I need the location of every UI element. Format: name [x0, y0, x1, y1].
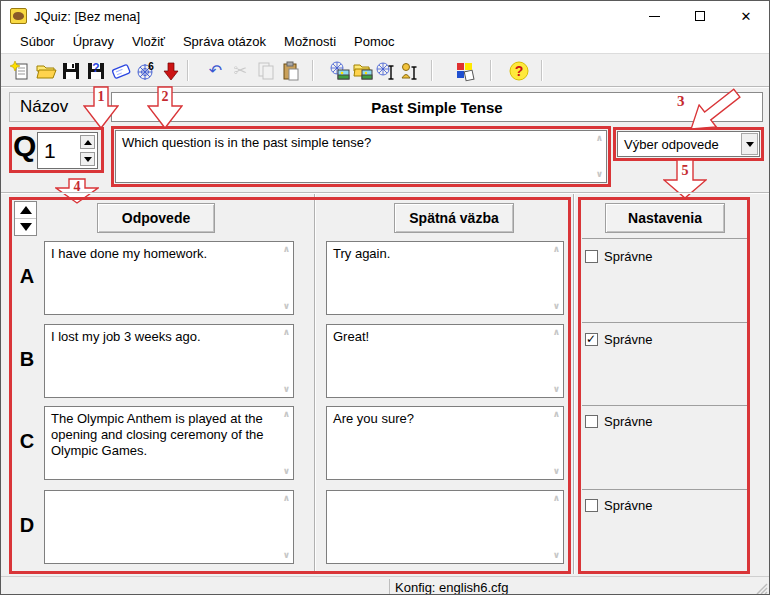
export-drag-button[interactable] — [397, 59, 420, 82]
answer-type-value: Výber odpovede — [624, 137, 719, 152]
correct-checkbox-row[interactable]: ✓ Správne — [585, 498, 652, 513]
feedback-memo[interactable]: Great! ∧ ∨ — [326, 324, 564, 398]
undo-button[interactable]: ↶ — [204, 59, 227, 82]
question-number-spinner[interactable]: 1 — [37, 132, 98, 169]
scroll-down-icon[interactable]: ∨ — [596, 170, 603, 179]
answer-row: A I have done my homework. ∧ ∨ Try again… — [1, 241, 770, 317]
scroll-down-icon[interactable]: ∨ — [283, 385, 290, 394]
correct-checkbox[interactable]: ✓ — [585, 415, 598, 428]
scroll-down-icon[interactable]: ∨ — [553, 385, 560, 394]
toolbar-separator — [431, 60, 433, 81]
menu-upravy[interactable]: Úpravy — [64, 32, 123, 52]
resize-grip[interactable] — [754, 581, 768, 595]
save-button[interactable] — [59, 59, 82, 82]
up-triangle-icon — [20, 206, 32, 214]
web-6-icon: 6 — [135, 60, 157, 82]
paste-icon — [280, 60, 302, 82]
spinner-buttons — [80, 135, 95, 166]
question-text: Which question is in the past simple ten… — [122, 135, 590, 151]
question-memo[interactable]: Which question is in the past simple ten… — [115, 130, 607, 183]
menu-moznosti[interactable]: Možnosti — [275, 32, 345, 52]
appearance-button[interactable] — [453, 59, 476, 82]
export-web-text-button[interactable] — [374, 59, 397, 82]
feedback-memo[interactable]: Are you sure? ∧ ∨ — [326, 406, 564, 480]
annotation-arrow-1: 1 — [83, 86, 119, 130]
dropdown-button[interactable] — [741, 133, 758, 155]
export-folder-picture-button[interactable] — [351, 59, 374, 82]
scroll-up-icon[interactable]: ∧ — [596, 134, 603, 143]
menu-vlozit[interactable]: Vložiť — [123, 32, 174, 52]
appearance-colors-icon — [454, 60, 476, 82]
scroll-up-icon[interactable]: ∧ — [553, 245, 560, 254]
row-letter: D — [13, 514, 41, 537]
feedback-header-label: Spätná väzba — [409, 210, 498, 226]
new-button[interactable] — [9, 59, 32, 82]
copy-icon — [255, 60, 277, 82]
settings-separator — [582, 322, 747, 323]
answer-memo[interactable]: I lost my job 3 weeks ago. ∧ ∨ — [44, 324, 294, 398]
cut-button[interactable]: ✂ — [229, 59, 252, 82]
correct-checkbox-row[interactable]: ✓ Správne — [585, 332, 652, 347]
correct-label: Správne — [604, 414, 652, 429]
toolbar-separator — [312, 60, 314, 81]
menu-subor[interactable]: Súbor — [11, 32, 64, 52]
menu-sprava-otazok[interactable]: Správa otázok — [174, 32, 275, 52]
correct-checkbox-row[interactable]: ✓ Správne — [585, 249, 652, 264]
scroll-down-icon[interactable]: ∨ — [553, 467, 560, 476]
answers-header-button[interactable]: Odpovede — [97, 203, 215, 233]
answer-row: C The Olympic Anthem is played at the op… — [1, 406, 770, 482]
scroll-down-icon[interactable]: ∨ — [553, 302, 560, 311]
correct-checkbox-row[interactable]: ✓ Správne — [585, 414, 652, 429]
feedback-header-button[interactable]: Spätná väzba — [394, 203, 514, 233]
quiz-title-field[interactable]: Past Simple Tense — [111, 92, 763, 122]
feedback-memo[interactable]: ∧ ∨ — [326, 490, 564, 564]
copy-button[interactable] — [254, 59, 277, 82]
export-webpage-button[interactable] — [328, 59, 351, 82]
insert-question-button[interactable] — [159, 59, 182, 82]
config-status: Konfig: english6.cfg — [395, 580, 508, 595]
save-as-button[interactable]: ? — [84, 59, 107, 82]
feedback-memo[interactable]: Try again. ∧ ∨ — [326, 241, 564, 315]
correct-checkbox[interactable]: ✓ — [585, 499, 598, 512]
spin-down-button[interactable] — [80, 152, 95, 166]
row-letter: B — [13, 348, 41, 371]
scroll-up-icon[interactable]: ∧ — [283, 494, 290, 503]
scroll-down-icon[interactable]: ∨ — [283, 551, 290, 560]
scroll-up-icon[interactable]: ∧ — [283, 245, 290, 254]
scroll-up-icon[interactable]: ∧ — [553, 328, 560, 337]
settings-header-button[interactable]: Nastavenia — [605, 203, 725, 233]
scroll-up-icon[interactable]: ∧ — [283, 410, 290, 419]
close-button[interactable]: ✕ — [723, 1, 769, 31]
correct-checkbox[interactable]: ✓ — [585, 250, 598, 263]
scroll-up-icon[interactable]: ∧ — [553, 494, 560, 503]
scroll-down-icon[interactable]: ∨ — [553, 551, 560, 560]
order-up-button[interactable] — [15, 202, 36, 219]
web-output-button[interactable]: 6 — [134, 59, 157, 82]
answer-row: D ∧ ∨ ∧ ∨ ✓ Správne — [1, 490, 770, 566]
status-separator — [389, 579, 390, 594]
answer-memo[interactable]: The Olympic Anthem is played at the open… — [44, 406, 294, 480]
open-button[interactable] — [34, 59, 57, 82]
app-icon — [10, 8, 27, 24]
feedback-text: Are you sure? — [333, 411, 547, 427]
scroll-up-icon[interactable]: ∧ — [553, 410, 560, 419]
spin-up-button[interactable] — [80, 135, 95, 149]
correct-checkbox[interactable]: ✓ — [585, 333, 598, 346]
svg-text:2: 2 — [162, 89, 169, 104]
maximize-button[interactable] — [677, 1, 723, 31]
minimize-button[interactable] — [631, 1, 677, 31]
answer-memo[interactable]: I have done my homework. ∧ ∨ — [44, 241, 294, 315]
order-down-button[interactable] — [15, 219, 36, 235]
answer-memo[interactable]: ∧ ∨ — [44, 490, 294, 564]
annotation-arrow-2: 2 — [147, 86, 183, 130]
answer-type-dropdown[interactable]: Výber odpovede — [617, 131, 760, 157]
web-picture-icon — [329, 60, 351, 82]
scroll-down-icon[interactable]: ∨ — [283, 467, 290, 476]
paste-button[interactable] — [279, 59, 302, 82]
menu-pomoc[interactable]: Pomoc — [345, 32, 403, 52]
help-button[interactable]: ? — [507, 59, 530, 82]
scroll-down-icon[interactable]: ∨ — [283, 302, 290, 311]
answer-order-spinner[interactable] — [14, 201, 37, 236]
export-button[interactable] — [109, 59, 132, 82]
scroll-up-icon[interactable]: ∧ — [283, 328, 290, 337]
